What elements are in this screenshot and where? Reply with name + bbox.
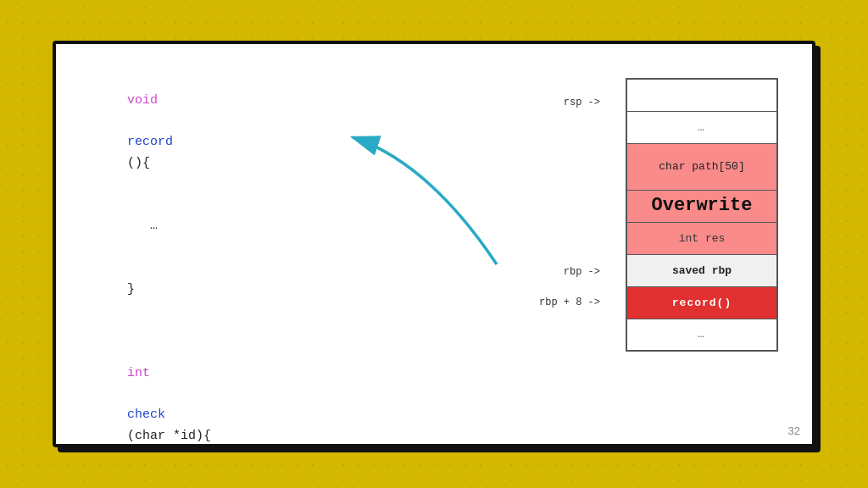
- stack-area: rsp -> rbp -> rbp + 8 -> … char path[50]…: [609, 78, 795, 352]
- code-line-6: char path[50] = {};: [81, 468, 600, 488]
- code-line-5: int check (char *id){: [81, 342, 600, 469]
- table-row: …: [626, 111, 777, 143]
- rsp-label: rsp ->: [564, 97, 600, 108]
- overwrite-text: Overwrite: [627, 197, 776, 215]
- cell-record: record(): [626, 286, 777, 319]
- table-row: char path[50]: [626, 143, 777, 190]
- rbp-label: rbp ->: [564, 266, 600, 278]
- table-row: record(): [626, 286, 777, 319]
- table-row: Overwrite: [626, 190, 777, 222]
- cell-path: char path[50]: [626, 143, 777, 190]
- table-row: [626, 79, 777, 111]
- code-line-2: …: [81, 196, 600, 258]
- stack-labels: rsp -> rbp -> rbp + 8 ->: [524, 78, 604, 352]
- cell-overwrite: Overwrite: [626, 190, 777, 222]
- fn-check: check: [127, 408, 165, 422]
- stack-table: … char path[50] Overwrite int res saved …: [626, 78, 778, 352]
- cell-saved-rbp: saved rbp: [626, 254, 777, 286]
- table-row: int res: [626, 222, 777, 254]
- cell-int-res: int res: [626, 222, 777, 254]
- code-line-1: void record (){: [81, 69, 600, 196]
- rbp8-label: rbp + 8 ->: [539, 297, 600, 308]
- cell-top-empty: [626, 79, 777, 111]
- kw-int: int: [127, 366, 150, 380]
- cell-dots-top: …: [626, 111, 777, 143]
- cell-dots-bottom: …: [626, 319, 777, 351]
- kw-void: void: [127, 93, 158, 108]
- code-line-3: }: [81, 258, 600, 321]
- slide: void record (){ … } int check (char *id)…: [53, 41, 815, 447]
- slide-number: 32: [788, 424, 800, 437]
- table-row: saved rbp: [626, 254, 777, 286]
- table-row: …: [626, 319, 777, 351]
- fn-record: record: [127, 135, 173, 149]
- code-line-4: [81, 321, 600, 342]
